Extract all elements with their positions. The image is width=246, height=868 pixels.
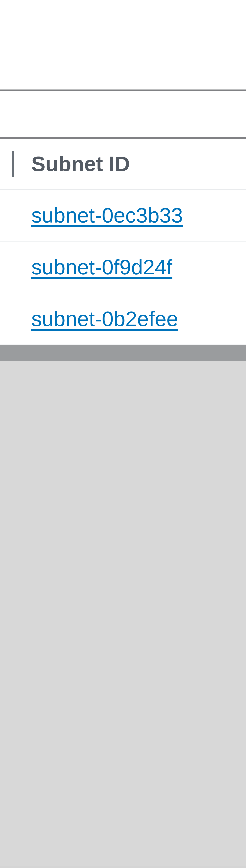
subnets-table: Subnet ID subnet-0ec3b33 subnet-0f9d24f … [0, 139, 246, 345]
table-row[interactable]: subnet-0f9d24f [0, 242, 246, 293]
subnet-id-link[interactable]: subnet-0b2efee [31, 308, 178, 330]
table-row[interactable]: subnet-0ec3b33 [0, 190, 246, 242]
empty-region-below [0, 361, 246, 866]
subnet-id-link[interactable]: subnet-0ec3b33 [31, 205, 183, 226]
table-header-row: Subnet ID [0, 139, 246, 190]
column-resize-handle[interactable] [12, 151, 14, 177]
subnet-id-link[interactable]: subnet-0f9d24f [31, 256, 172, 278]
column-header-subnet-id[interactable]: Subnet ID [31, 153, 130, 175]
panel-bottom-scrollbar[interactable] [0, 345, 246, 361]
table-row[interactable]: subnet-0b2efee [0, 293, 246, 345]
panel-toolbar [0, 90, 246, 139]
blank-region-top [0, 0, 246, 90]
